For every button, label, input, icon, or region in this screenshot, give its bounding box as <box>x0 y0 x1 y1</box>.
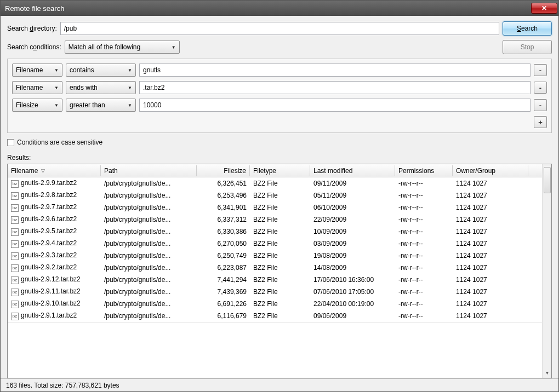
condition-field-dropdown[interactable]: Filename <box>12 81 62 94</box>
file-icon: bz <box>11 240 19 248</box>
table-row[interactable]: bzgnutls-2.9.3.tar.bz2/pub/crypto/gnutls… <box>8 250 542 262</box>
file-icon: bz <box>11 228 19 236</box>
cell-owner: 1124 1027 <box>453 179 528 188</box>
search-directory-input[interactable] <box>60 22 499 35</box>
remove-condition-button[interactable]: - <box>534 99 547 111</box>
cell-owner: 1124 1027 <box>453 203 528 212</box>
cell-filename: bzgnutls-2.9.2.tar.bz2 <box>8 263 101 273</box>
window-title: Remote file search <box>5 4 64 13</box>
case-sensitive-checkbox[interactable] <box>7 139 14 146</box>
window: Remote file search ✕ Search directory: S… <box>0 0 559 392</box>
cell-filesize: 6,250,749 <box>197 251 250 260</box>
file-icon: bz <box>11 264 19 272</box>
cell-permissions: -rw-r--r-- <box>395 263 453 272</box>
scroll-down-icon[interactable]: ▼ <box>543 368 552 378</box>
cell-filesize: 6,253,496 <box>197 191 250 200</box>
cell-path: /pub/crypto/gnutls/de... <box>101 312 197 320</box>
column-permissions[interactable]: Permissions <box>395 165 453 176</box>
add-condition-button[interactable]: + <box>534 116 547 128</box>
cell-path: /pub/crypto/gnutls/de... <box>101 215 197 224</box>
table-row[interactable]: bzgnutls-2.9.2.tar.bz2/pub/crypto/gnutls… <box>8 262 542 274</box>
condition-value-input[interactable] <box>139 99 531 112</box>
match-mode-dropdown[interactable]: Match all of the following <box>65 41 180 54</box>
cell-modified: 09/06/2009 <box>310 312 395 320</box>
condition-value-input[interactable] <box>139 81 531 94</box>
cell-filesize: 7,441,294 <box>197 275 250 284</box>
cell-modified: 05/11/2009 <box>310 191 395 200</box>
remove-condition-button[interactable]: - <box>534 64 547 76</box>
remove-condition-button[interactable]: - <box>534 82 547 94</box>
results-label: Results: <box>7 154 552 162</box>
table-row[interactable]: bzgnutls-2.9.7.tar.bz2/pub/crypto/gnutls… <box>8 201 542 214</box>
cell-permissions: -rw-r--r-- <box>395 191 453 200</box>
condition-operator-dropdown[interactable]: greater than <box>66 99 136 112</box>
table-row[interactable]: bzgnutls-2.9.4.tar.bz2/pub/crypto/gnutls… <box>8 238 542 250</box>
cell-filesize: 6,691,226 <box>197 299 250 308</box>
condition-value-input[interactable] <box>139 64 531 77</box>
table-row[interactable]: bzgnutls-2.9.5.tar.bz2/pub/crypto/gnutls… <box>8 226 542 238</box>
cell-path: /pub/crypto/gnutls/de... <box>101 263 197 272</box>
cell-filetype: BZ2 File <box>250 299 310 308</box>
column-modified[interactable]: Last modified <box>310 165 395 176</box>
vertical-scrollbar[interactable]: ▼ <box>542 164 551 378</box>
case-sensitive-row[interactable]: Conditions are case sensitive <box>7 139 552 146</box>
horizontal-scrollbar[interactable] <box>8 322 542 331</box>
cell-modified: 19/08/2009 <box>310 251 395 260</box>
table-row[interactable]: bzgnutls-2.9.1.tar.bz2/pub/crypto/gnutls… <box>8 310 542 322</box>
condition-operator-dropdown[interactable]: contains <box>66 64 136 77</box>
column-filesize[interactable]: Filesize <box>197 165 250 176</box>
search-conditions-row: Search conditions: Match all of the foll… <box>7 40 552 54</box>
cell-filename: bzgnutls-2.9.11.tar.bz2 <box>8 287 101 297</box>
cell-filetype: BZ2 File <box>250 203 310 212</box>
table-row[interactable]: bzgnutls-2.9.6.tar.bz2/pub/crypto/gnutls… <box>8 214 542 226</box>
cell-filetype: BZ2 File <box>250 215 310 224</box>
cell-path: /pub/crypto/gnutls/de... <box>101 179 197 188</box>
stop-button[interactable]: Stop <box>503 40 552 54</box>
column-filename[interactable]: Filename▽ <box>8 165 101 176</box>
cell-path: /pub/crypto/gnutls/de... <box>101 275 197 284</box>
cell-permissions: -rw-r--r-- <box>395 275 453 284</box>
column-filetype[interactable]: Filetype <box>250 165 310 176</box>
scrollbar-thumb[interactable] <box>544 167 551 193</box>
table-row[interactable]: bzgnutls-2.9.11.tar.bz2/pub/crypto/gnutl… <box>8 286 542 298</box>
table-row[interactable]: bzgnutls-2.9.9.tar.bz2/pub/crypto/gnutls… <box>8 177 542 189</box>
titlebar[interactable]: Remote file search ✕ <box>1 1 558 16</box>
cell-path: /pub/crypto/gnutls/de... <box>101 251 197 260</box>
cell-permissions: -rw-r--r-- <box>395 203 453 212</box>
table-row[interactable]: bzgnutls-2.9.8.tar.bz2/pub/crypto/gnutls… <box>8 189 542 201</box>
cell-owner: 1124 1027 <box>453 312 528 320</box>
cell-filesize: 7,439,369 <box>197 287 250 296</box>
condition-field-dropdown[interactable]: Filesize <box>12 99 62 112</box>
cell-owner: 1124 1027 <box>453 287 528 296</box>
cell-permissions: -rw-r--r-- <box>395 299 453 308</box>
cell-permissions: -rw-r--r-- <box>395 251 453 260</box>
condition-row: Filenameends with- <box>12 81 547 94</box>
cell-path: /pub/crypto/gnutls/de... <box>101 287 197 296</box>
table-row[interactable]: bzgnutls-2.9.12.tar.bz2/pub/crypto/gnutl… <box>8 274 542 286</box>
column-path[interactable]: Path <box>101 165 197 176</box>
file-icon: bz <box>11 192 19 200</box>
cell-filesize: 6,270,050 <box>197 239 250 248</box>
cell-filename: bzgnutls-2.9.6.tar.bz2 <box>8 215 101 224</box>
cell-modified: 14/08/2009 <box>310 263 395 272</box>
condition-field-dropdown[interactable]: Filename <box>12 64 62 77</box>
column-owner[interactable]: Owner/Group <box>453 165 528 176</box>
cell-owner: 1124 1027 <box>453 299 528 308</box>
cell-filename: bzgnutls-2.9.4.tar.bz2 <box>8 239 101 249</box>
cell-filename: bzgnutls-2.9.9.tar.bz2 <box>8 178 101 188</box>
close-button[interactable]: ✕ <box>531 3 557 14</box>
condition-operator-dropdown[interactable]: ends with <box>66 81 136 94</box>
cell-filetype: BZ2 File <box>250 312 310 320</box>
file-icon: bz <box>11 276 19 284</box>
condition-row: Filesizegreater than- <box>12 99 547 112</box>
file-icon: bz <box>11 252 19 260</box>
cell-modified: 07/06/2010 17:05:00 <box>310 287 395 296</box>
file-icon: bz <box>11 301 19 308</box>
search-button[interactable]: Search <box>503 21 552 36</box>
table-row[interactable]: bzgnutls-2.9.10.tar.bz2/pub/crypto/gnutl… <box>8 298 542 310</box>
cell-filesize: 6,326,451 <box>197 179 250 188</box>
cell-filetype: BZ2 File <box>250 239 310 248</box>
cell-modified: 03/09/2009 <box>310 239 395 248</box>
cell-permissions: -rw-r--r-- <box>395 239 453 248</box>
cell-filename: bzgnutls-2.9.12.tar.bz2 <box>8 275 101 285</box>
